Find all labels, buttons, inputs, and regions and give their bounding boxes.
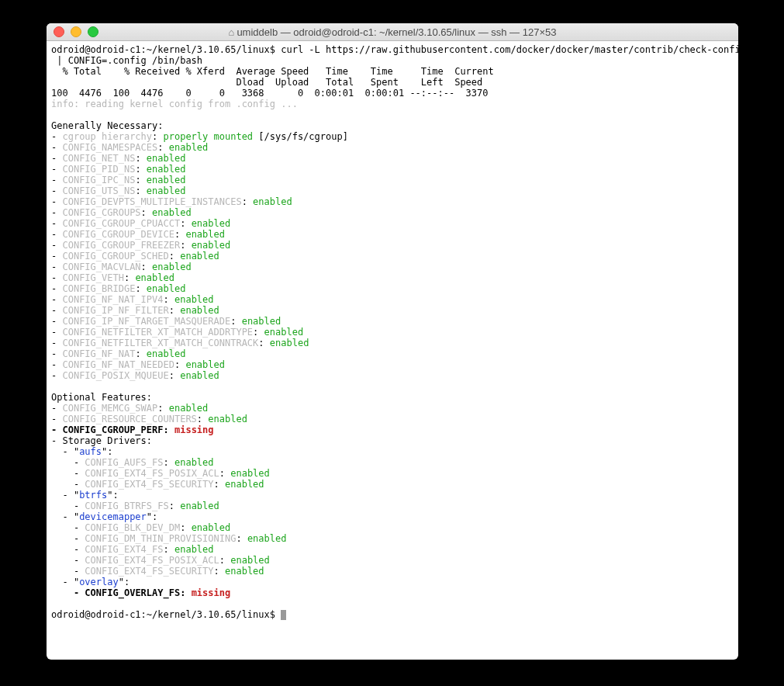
terminal-line: - Storage Drivers: bbox=[51, 435, 734, 446]
window-controls bbox=[47, 26, 98, 37]
terminal-line: - CONFIG_CGROUPS: enabled bbox=[51, 207, 734, 218]
cursor bbox=[281, 610, 286, 620]
terminal-line: - "devicemapper": bbox=[51, 511, 734, 522]
window-title-text: umiddelb — odroid@odroid-c1: ~/kernel/3.… bbox=[237, 26, 556, 38]
terminal-line: - CONFIG_MEMCG_SWAP: enabled bbox=[51, 403, 734, 414]
terminal-line: Dload Upload Total Spent Left Speed bbox=[51, 77, 734, 88]
home-icon: ⌂ bbox=[229, 26, 235, 38]
terminal-line: % Total % Received % Xferd Average Speed… bbox=[51, 66, 734, 77]
terminal-line: - CONFIG_UTS_NS: enabled bbox=[51, 185, 734, 196]
minimize-icon[interactable] bbox=[71, 26, 81, 37]
terminal-line: - CONFIG_NET_NS: enabled bbox=[51, 153, 734, 164]
terminal-line: - CONFIG_IPC_NS: enabled bbox=[51, 175, 734, 185]
terminal-line: - CONFIG_CGROUP_DEVICE: enabled bbox=[51, 229, 734, 240]
terminal-line: - CONFIG_CGROUP_SCHED: enabled bbox=[51, 251, 734, 262]
terminal-line: odroid@odroid-c1:~/kernel/3.10.65/linux$ bbox=[51, 609, 734, 620]
terminal-line: - CONFIG_IP_NF_TARGET_MASQUERADE: enable… bbox=[51, 316, 734, 327]
terminal-line: - cgroup hierarchy: properly mounted [/s… bbox=[51, 131, 734, 142]
window-title: ⌂umiddelb — odroid@odroid-c1: ~/kernel/3… bbox=[47, 26, 738, 38]
terminal-line: - CONFIG_NF_NAT_NEEDED: enabled bbox=[51, 359, 734, 370]
terminal-line: Generally Necessary: bbox=[51, 120, 734, 131]
terminal-line: - CONFIG_IP_NF_FILTER: enabled bbox=[51, 305, 734, 316]
terminal-line: - CONFIG_NF_NAT_IPV4: enabled bbox=[51, 294, 734, 305]
terminal-line: - CONFIG_POSIX_MQUEUE: enabled bbox=[51, 370, 734, 381]
terminal-line: - CONFIG_EXT4_FS: enabled bbox=[51, 544, 734, 555]
terminal-line: - CONFIG_RESOURCE_COUNTERS: enabled bbox=[51, 414, 734, 424]
terminal-line: - CONFIG_EXT4_FS_SECURITY: enabled bbox=[51, 479, 734, 490]
terminal-line: - CONFIG_BTRFS_FS: enabled bbox=[51, 501, 734, 511]
terminal-line: - CONFIG_BLK_DEV_DM: enabled bbox=[51, 522, 734, 533]
terminal-line bbox=[51, 381, 734, 392]
terminal-line: - CONFIG_VETH: enabled bbox=[51, 272, 734, 283]
maximize-icon[interactable] bbox=[88, 26, 98, 37]
terminal-window: ⌂umiddelb — odroid@odroid-c1: ~/kernel/3… bbox=[47, 23, 738, 660]
terminal-line bbox=[51, 109, 734, 120]
terminal-line: info: reading kernel config from .config… bbox=[51, 99, 734, 109]
terminal-line: - "aufs": bbox=[51, 446, 734, 457]
terminal-line: - "btrfs": bbox=[51, 490, 734, 501]
terminal-line: - CONFIG_MACVLAN: enabled bbox=[51, 262, 734, 272]
terminal-line: - CONFIG_NF_NAT: enabled bbox=[51, 348, 734, 359]
terminal-line: - CONFIG_EXT4_FS_POSIX_ACL: enabled bbox=[51, 555, 734, 566]
terminal-line: Optional Features: bbox=[51, 392, 734, 403]
terminal-line: - CONFIG_DEVPTS_MULTIPLE_INSTANCES: enab… bbox=[51, 196, 734, 207]
titlebar: ⌂umiddelb — odroid@odroid-c1: ~/kernel/3… bbox=[47, 23, 738, 41]
terminal-line: - "overlay": bbox=[51, 577, 734, 587]
terminal-line: - CONFIG_CGROUP_CPUACCT: enabled bbox=[51, 218, 734, 229]
terminal-line: - CONFIG_PID_NS: enabled bbox=[51, 164, 734, 175]
terminal-line bbox=[51, 598, 734, 609]
terminal-line: - CONFIG_DM_THIN_PROVISIONING: enabled bbox=[51, 533, 734, 544]
terminal-line: - CONFIG_NETFILTER_XT_MATCH_ADDRTYPE: en… bbox=[51, 327, 734, 338]
terminal-line: - CONFIG_CGROUP_PERF: missing bbox=[51, 424, 734, 435]
terminal-line: - CONFIG_EXT4_FS_SECURITY: enabled bbox=[51, 566, 734, 577]
terminal-line: - CONFIG_EXT4_FS_POSIX_ACL: enabled bbox=[51, 468, 734, 479]
terminal-line: odroid@odroid-c1:~/kernel/3.10.65/linux$… bbox=[51, 44, 734, 55]
terminal-body[interactable]: odroid@odroid-c1:~/kernel/3.10.65/linux$… bbox=[47, 41, 738, 623]
terminal-line: - CONFIG_BRIDGE: enabled bbox=[51, 283, 734, 294]
terminal-line: - CONFIG_NETFILTER_XT_MATCH_CONNTRACK: e… bbox=[51, 338, 734, 348]
terminal-line: - CONFIG_CGROUP_FREEZER: enabled bbox=[51, 240, 734, 251]
close-icon[interactable] bbox=[54, 26, 64, 37]
terminal-line: | CONFIG=.config /bin/bash bbox=[51, 55, 734, 66]
terminal-line: 100 4476 100 4476 0 0 3368 0 0:00:01 0:0… bbox=[51, 88, 734, 99]
terminal-line: - CONFIG_AUFS_FS: enabled bbox=[51, 457, 734, 468]
terminal-line: - CONFIG_OVERLAY_FS: missing bbox=[51, 587, 734, 598]
terminal-line: - CONFIG_NAMESPACES: enabled bbox=[51, 142, 734, 153]
